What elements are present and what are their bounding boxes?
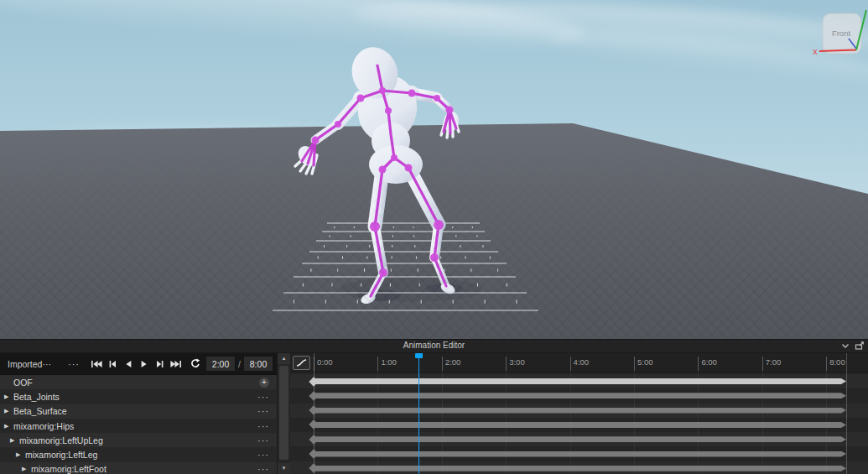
scroll-up-button[interactable]: ▲ [278,353,290,364]
ruler-tick [377,357,378,371]
view-gizmo-label: Front [832,29,851,38]
ruler-tick-label: 0:00 [317,357,333,367]
easing-curve-button[interactable] [293,356,310,370]
rig-dropdown[interactable]: Imported··· [8,359,68,369]
ruler-tick-label: 6:00 [701,357,717,367]
track-row[interactable]: ▶mixamorig:Hips··· [0,419,277,433]
track-name: Beta_Joints [13,392,60,402]
play-button[interactable] [137,357,151,371]
go-to-last-frame-button[interactable] [169,357,183,371]
expand-arrow-icon[interactable]: ▶ [22,466,31,472]
ruler-tick [826,357,827,371]
ruler-tick-label: 2:00 [445,357,461,367]
ruler-tick [570,357,571,371]
keyframe-span-bar[interactable] [314,436,846,442]
gizmo-x-label: X [813,48,818,56]
timeline-end-line [846,353,847,474]
track-menu-button[interactable]: ··· [257,437,269,444]
scrollbar-thumb[interactable] [279,366,288,460]
ruler-tick-label: 5:00 [637,357,653,367]
keyframe-span-bar[interactable] [314,451,846,457]
step-forward-icon [156,360,164,368]
track-row[interactable]: ▶mixamorig:LeftFoot··· [0,462,277,474]
ruler-tick [506,357,507,371]
panel-titlebar[interactable]: Animation Editor [0,339,868,353]
track-list-panel: Imported··· ··· [0,353,277,474]
ruler-tick [762,357,763,371]
ruler-tick-label: 7:00 [766,357,782,367]
expand-arrow-icon[interactable]: ▶ [16,451,25,458]
character-shadow [340,277,482,302]
ruler-tick [698,357,699,371]
playhead-marker[interactable] [415,353,423,358]
editor-toolbar: Imported··· ··· [0,353,277,375]
expand-arrow-icon[interactable]: ▶ [4,393,13,400]
go-to-first-frame-button[interactable] [89,357,103,371]
viewport-scene: Front X [0,0,868,339]
track-row[interactable]: ▶Beta_Surface··· [0,404,277,419]
float-window-icon[interactable] [855,341,865,350]
loop-toggle-button[interactable] [186,355,204,372]
editor-menu-button[interactable]: ··· [68,361,80,367]
track-row[interactable]: ▶mixamorig:LeftLeg··· [0,447,277,461]
track-row[interactable]: ▶Beta_Joints··· [0,389,277,404]
curve-icon [295,358,308,367]
add-track-button[interactable]: + [259,378,269,388]
keyframe-span-bar[interactable] [314,393,846,398]
current-time-field[interactable]: 2:00 [205,356,236,372]
ruler-tick-label: 4:00 [574,357,590,367]
chevron-down-icon[interactable] [841,342,850,350]
scroll-down-button[interactable]: ▼ [278,463,290,474]
ruler-tick-label: 3:00 [509,357,525,367]
animation-editor-panel: Animation Editor Imported··· ··· [0,339,868,474]
keyframe-span-bar[interactable] [314,408,846,414]
track-name: mixamorig:LeftUpLeg [19,435,103,445]
keyframe-span-bar[interactable] [314,422,846,428]
track-menu-button[interactable]: ··· [257,393,269,400]
track-menu-button[interactable]: ··· [257,466,269,472]
track-row[interactable]: OOF+ [0,375,277,389]
ruler-tick [634,357,635,371]
view-gizmo[interactable]: Front X [813,10,866,56]
step-back-button[interactable] [105,357,119,371]
track-menu-button[interactable]: ··· [257,408,269,414]
track-list: OOF+▶Beta_Joints···▶Beta_Surface···▶mixa… [0,375,277,474]
track-menu-button[interactable]: ··· [257,451,269,458]
loop-icon [190,358,200,369]
expand-arrow-icon[interactable]: ▶ [4,423,13,430]
skip-to-start-icon [91,360,102,368]
panel-title: Animation Editor [0,341,868,350]
track-menu-button[interactable]: ··· [257,423,269,430]
ruler-tick [442,357,443,371]
keyframe-span-bar[interactable] [314,466,846,471]
track-name: OOF [13,378,33,388]
expand-arrow-icon[interactable]: ▶ [10,437,19,444]
expand-arrow-icon[interactable]: ▶ [4,408,13,414]
total-time-field[interactable]: 8:00 [243,356,273,372]
skip-to-end-icon [170,360,182,368]
play-reverse-button[interactable] [121,357,135,371]
play-reverse-icon [124,360,133,368]
step-forward-button[interactable] [153,357,167,371]
track-name: mixamorig:LeftFoot [31,464,107,474]
ruler-tick-label: 8:00 [829,357,845,367]
keyframe-span-bar[interactable] [314,378,846,384]
track-name: mixamorig:LeftLeg [25,450,97,460]
playhead-line[interactable] [418,353,420,474]
timeline-panel[interactable]: 0:001:002:003:004:005:006:007:008:00 [290,353,868,474]
time-separator: / [238,359,241,369]
track-row[interactable]: ▶mixamorig:LeftUpLeg··· [0,433,277,447]
track-name: mixamorig:Hips [13,421,74,431]
track-name: Beta_Surface [13,406,67,416]
track-list-scrollbar[interactable]: ▲ ▼ [277,353,290,474]
play-icon [140,360,148,368]
ruler-tick-label: 1:00 [381,357,397,367]
step-back-icon [108,360,117,368]
3d-viewport[interactable]: Front X [0,0,868,339]
timeline-ruler[interactable]: 0:001:002:003:004:005:006:007:008:00 [290,353,868,372]
